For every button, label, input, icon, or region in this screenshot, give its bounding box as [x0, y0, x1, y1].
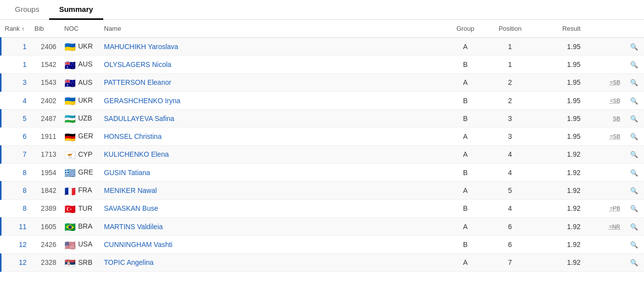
- position-cell: 2: [485, 73, 535, 91]
- group-cell: A: [446, 127, 485, 145]
- bib-cell: 2328: [31, 253, 61, 271]
- magnify-icon: 🔍: [630, 151, 638, 158]
- name-cell[interactable]: TOPIC Angelina: [100, 253, 446, 271]
- noc-cell: 🇦🇺AUS: [61, 73, 100, 91]
- noc-code: UKR: [78, 42, 93, 50]
- name-cell[interactable]: MARTINS Valdileia: [100, 217, 446, 235]
- rank-cell: 8: [1, 182, 31, 199]
- result-cell: 1.95: [535, 127, 584, 145]
- note-badge: =NR: [609, 224, 620, 230]
- table-row: 31543🇦🇺AUSPATTERSON EleanorA21.95=SB🔍: [1, 73, 644, 91]
- noc-code: AUS: [78, 78, 93, 86]
- col-header-group: Group: [446, 20, 485, 38]
- action-cell[interactable]: 🔍: [624, 182, 644, 199]
- name-cell[interactable]: SAVASKAN Buse: [100, 199, 446, 217]
- result-cell: 1.95: [535, 56, 584, 73]
- action-cell[interactable]: 🔍: [624, 56, 644, 73]
- group-cell: B: [446, 91, 485, 109]
- tab-bar: Groups Summary: [0, 0, 644, 20]
- action-cell[interactable]: 🔍: [624, 145, 644, 163]
- name-cell[interactable]: MENIKER Nawal: [100, 182, 446, 199]
- action-cell[interactable]: 🔍: [624, 73, 644, 91]
- bib-cell: 1713: [31, 145, 61, 163]
- position-cell: 6: [485, 217, 535, 235]
- rank-cell: 11: [1, 217, 31, 235]
- table-row: 82389🇹🇷TURSAVASKAN BuseB41.92=PB🔍: [1, 199, 644, 217]
- action-cell[interactable]: 🔍: [624, 110, 644, 127]
- name-cell[interactable]: MAHUCHIKH Yaroslava: [100, 38, 446, 56]
- flag-icon: 🇷🇸: [64, 259, 76, 267]
- flag-icon: 🇬🇷: [64, 169, 76, 177]
- note-badge: =PB: [610, 205, 620, 211]
- name-cell[interactable]: GERASHCHENKO Iryna: [100, 91, 446, 109]
- action-cell[interactable]: 🔍: [624, 164, 644, 182]
- action-cell[interactable]: 🔍: [624, 127, 644, 145]
- magnify-icon: 🔍: [630, 187, 638, 194]
- noc-code: GER: [78, 132, 93, 140]
- table-header-row: Rank ↑ Bib NOC Name Group Position Resul…: [1, 20, 644, 38]
- result-cell: 1.95: [535, 73, 584, 91]
- result-cell: 1.92: [535, 236, 584, 253]
- group-cell: A: [446, 182, 485, 199]
- group-cell: B: [446, 110, 485, 127]
- table-body: 12406🇺🇦UKRMAHUCHIKH YaroslavaA11.95🔍1154…: [1, 38, 644, 272]
- magnify-icon: 🔍: [630, 205, 638, 212]
- name-cell[interactable]: PATTERSON Eleanor: [100, 73, 446, 91]
- note-badge: =SB: [610, 79, 620, 85]
- action-cell[interactable]: 🔍: [624, 253, 644, 271]
- name-cell[interactable]: HONSEL Christina: [100, 127, 446, 145]
- result-cell: 1.92: [535, 145, 584, 163]
- table-row: 12406🇺🇦UKRMAHUCHIKH YaroslavaA11.95🔍: [1, 38, 644, 56]
- flag-icon: 🇨🇾: [64, 151, 76, 159]
- group-cell: A: [446, 38, 485, 56]
- flag-icon: 🇺🇸: [64, 241, 76, 249]
- result-cell: 1.92: [535, 199, 584, 217]
- name-cell[interactable]: GUSIN Tatiana: [100, 164, 446, 182]
- noc-cell: 🇷🇸SRB: [61, 253, 100, 271]
- noc-code: UZB: [78, 114, 92, 122]
- flag-icon: 🇩🇪: [64, 133, 76, 141]
- position-cell: 2: [485, 91, 535, 109]
- result-cell: 1.92: [535, 217, 584, 235]
- action-cell[interactable]: 🔍: [624, 38, 644, 56]
- table-row: 81842🇫🇷FRAMENIKER NawalA51.92🔍: [1, 182, 644, 199]
- rank-cell: 8: [1, 199, 31, 217]
- table-row: 122426🇺🇸USACUNNINGHAM VashtiB61.92🔍: [1, 236, 644, 253]
- action-cell[interactable]: 🔍: [624, 236, 644, 253]
- tab-groups[interactable]: Groups: [5, 0, 49, 19]
- bib-cell: 1911: [31, 127, 61, 145]
- col-header-rank[interactable]: Rank ↑: [1, 20, 31, 38]
- col-header-bib: Bib: [31, 20, 61, 38]
- noc-cell: 🇨🇾CYP: [61, 145, 100, 163]
- action-cell[interactable]: 🔍: [624, 217, 644, 235]
- action-cell[interactable]: 🔍: [624, 91, 644, 109]
- position-cell: 3: [485, 127, 535, 145]
- noc-code: FRA: [78, 186, 92, 194]
- position-cell: 1: [485, 56, 535, 73]
- col-header-name: Name: [100, 20, 446, 38]
- table-row: 11542🇦🇺AUSOLYSLAGERS NicolaB11.95🔍: [1, 56, 644, 73]
- rank-cell: 1: [1, 38, 31, 56]
- tab-summary[interactable]: Summary: [49, 0, 103, 20]
- noc-cell: 🇦🇺AUS: [61, 56, 100, 73]
- noc-code: BRA: [78, 222, 93, 230]
- name-cell[interactable]: KULICHENKO Elena: [100, 145, 446, 163]
- note-cell: SB: [584, 110, 624, 127]
- result-cell: 1.95: [535, 38, 584, 56]
- noc-cell: 🇺🇿UZB: [61, 110, 100, 127]
- action-cell[interactable]: 🔍: [624, 199, 644, 217]
- rank-cell: 4: [1, 91, 31, 109]
- table-row: 81954🇬🇷GREGUSIN TatianaB41.92🔍: [1, 164, 644, 182]
- position-cell: 4: [485, 164, 535, 182]
- name-cell[interactable]: SADULLAYEVA Safina: [100, 110, 446, 127]
- magnify-icon: 🔍: [630, 115, 638, 123]
- name-cell[interactable]: CUNNINGHAM Vashti: [100, 236, 446, 253]
- group-cell: A: [446, 145, 485, 163]
- bib-cell: 2402: [31, 91, 61, 109]
- flag-icon: 🇺🇦: [64, 43, 76, 51]
- note-cell: [584, 164, 624, 182]
- name-cell[interactable]: OLYSLAGERS Nicola: [100, 56, 446, 73]
- table-row: 42402🇺🇦UKRGERASHCHENKO IrynaB21.95=SB🔍: [1, 91, 644, 109]
- table-row: 61911🇩🇪GERHONSEL ChristinaA31.95=SB🔍: [1, 127, 644, 145]
- note-cell: [584, 182, 624, 199]
